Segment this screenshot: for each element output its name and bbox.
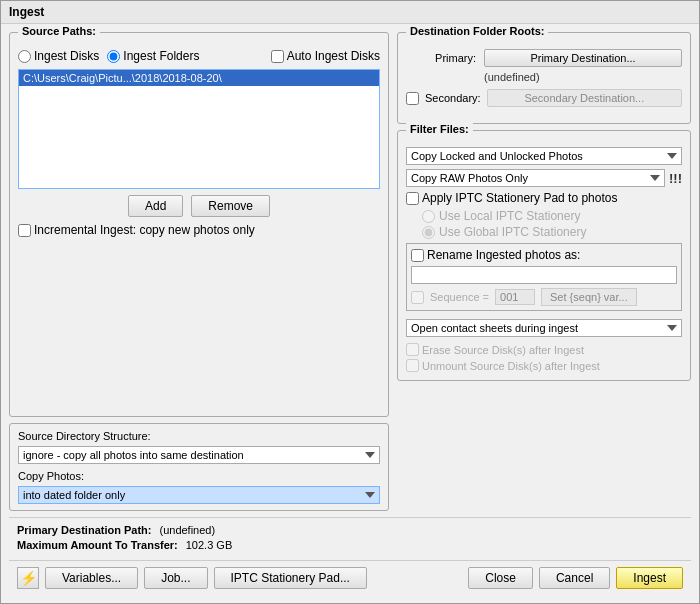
ingest-folders-radio[interactable] <box>107 50 120 63</box>
max-transfer-value: 102.3 GB <box>186 539 232 551</box>
primary-path-label: Primary Destination Path: <box>17 524 151 536</box>
ingest-folders-label: Ingest Folders <box>123 49 199 63</box>
auto-ingest-option[interactable]: Auto Ingest Disks <box>271 49 380 63</box>
secondary-label: Secondary: <box>425 92 481 104</box>
incremental-checkbox[interactable] <box>18 224 31 237</box>
erase-label: Erase Source Disk(s) after Ingest <box>422 344 584 356</box>
add-button[interactable]: Add <box>128 195 183 217</box>
source-dir-label: Source Directory Structure: <box>18 430 380 442</box>
copy-photos-label: Copy Photos: <box>18 470 380 482</box>
window-title: Ingest <box>9 5 44 19</box>
unmount-label: Unmount Source Disk(s) after Ingest <box>422 360 600 372</box>
source-dir-group: Source Directory Structure: ignore - cop… <box>9 423 389 511</box>
rename-input[interactable] <box>411 266 677 284</box>
iptc-pad-button[interactable]: IPTC Stationery Pad... <box>214 567 367 589</box>
max-transfer-label: Maximum Amount To Transfer: <box>17 539 178 551</box>
unmount-option: Unmount Source Disk(s) after Ingest <box>406 359 682 372</box>
ingest-disks-radio[interactable] <box>18 50 31 63</box>
global-iptc-option[interactable]: Use Global IPTC Stationery <box>422 225 682 239</box>
iptc-label: Apply IPTC Stationery Pad to photos <box>422 191 617 205</box>
primary-label: Primary: <box>406 52 476 64</box>
ingest-folders-option[interactable]: Ingest Folders <box>107 49 199 63</box>
copy-photos-select[interactable]: into dated folder only <box>18 486 380 504</box>
source-paths-group: Source Paths: Ingest Disks Ingest Folder… <box>9 32 389 417</box>
lightning-icon-symbol: ⚡ <box>20 570 37 586</box>
secondary-checkbox[interactable] <box>406 92 419 105</box>
ingest-button[interactable]: Ingest <box>616 567 683 589</box>
rename-group: Rename Ingested photos as: Sequence = 00… <box>406 243 682 311</box>
iptc-checkbox[interactable] <box>406 192 419 205</box>
incremental-label: Incremental Ingest: copy new photos only <box>34 223 255 237</box>
erase-option: Erase Source Disk(s) after Ingest <box>406 343 682 356</box>
filter-files-group: Filter Files: Copy Locked and Unlocked P… <box>397 130 691 381</box>
path-item[interactable]: C:\Users\Craig\Pictu...\2018\2018-08-20\ <box>19 70 379 86</box>
cancel-button[interactable]: Cancel <box>539 567 610 589</box>
local-iptc-label: Use Local IPTC Stationery <box>439 209 580 223</box>
primary-undefined: (undefined) <box>484 71 682 83</box>
rename-option[interactable]: Rename Ingested photos as: <box>411 248 677 262</box>
remove-button[interactable]: Remove <box>191 195 270 217</box>
auto-ingest-label: Auto Ingest Disks <box>287 49 380 63</box>
primary-path-value: (undefined) <box>159 524 215 536</box>
bottom-info: Primary Destination Path: (undefined) Ma… <box>9 517 691 554</box>
iptc-option[interactable]: Apply IPTC Stationery Pad to photos <box>406 191 682 205</box>
filter-select-2[interactable]: Copy RAW Photos OnlyCopy All PhotosCopy … <box>406 169 665 187</box>
unmount-checkbox <box>406 359 419 372</box>
source-dir-select[interactable]: ignore - copy all photos into same desti… <box>18 446 380 464</box>
sequence-input: 001 <box>495 289 535 305</box>
title-bar: Ingest <box>1 1 699 24</box>
rename-checkbox[interactable] <box>411 249 424 262</box>
destination-label: Destination Folder Roots: <box>406 25 548 37</box>
local-iptc-option[interactable]: Use Local IPTC Stationery <box>422 209 682 223</box>
contact-sheets-select[interactable]: Open contact sheets during ingestDo not … <box>406 319 682 337</box>
set-var-button: Set {seqn} var... <box>541 288 637 306</box>
bottom-buttons: ⚡ Variables... Job... IPTC Stationery Pa… <box>9 560 691 595</box>
filter-select-1[interactable]: Copy Locked and Unlocked PhotosCopy Lock… <box>406 147 682 165</box>
sequence-label: Sequence = <box>430 291 489 303</box>
erase-group: Erase Source Disk(s) after Ingest Unmoun… <box>406 343 682 372</box>
ingest-window: Ingest Source Paths: Ingest Disks Inge <box>0 0 700 604</box>
source-paths-label: Source Paths: <box>18 25 100 37</box>
incremental-option[interactable]: Incremental Ingest: copy new photos only <box>18 223 380 237</box>
erase-checkbox <box>406 343 419 356</box>
global-iptc-radio <box>422 226 435 239</box>
global-iptc-label: Use Global IPTC Stationery <box>439 225 586 239</box>
destination-group: Destination Folder Roots: Primary: Prima… <box>397 32 691 124</box>
iptc-group: Apply IPTC Stationery Pad to photos Use … <box>406 191 682 239</box>
variables-button[interactable]: Variables... <box>45 567 138 589</box>
exclaim-icon: !!! <box>669 171 682 186</box>
path-list[interactable]: C:\Users\Craig\Pictu...\2018\2018-08-20\ <box>18 69 380 189</box>
auto-ingest-checkbox[interactable] <box>271 50 284 63</box>
primary-destination-button[interactable]: Primary Destination... <box>484 49 682 67</box>
sequence-checkbox <box>411 291 424 304</box>
secondary-destination-button: Secondary Destination... <box>487 89 682 107</box>
rename-label: Rename Ingested photos as: <box>427 248 580 262</box>
ingest-disks-label: Ingest Disks <box>34 49 99 63</box>
job-button[interactable]: Job... <box>144 567 207 589</box>
local-iptc-radio <box>422 210 435 223</box>
close-button[interactable]: Close <box>468 567 533 589</box>
lightning-button[interactable]: ⚡ <box>17 567 39 589</box>
ingest-disks-option[interactable]: Ingest Disks <box>18 49 99 63</box>
filter-files-label: Filter Files: <box>406 123 473 135</box>
